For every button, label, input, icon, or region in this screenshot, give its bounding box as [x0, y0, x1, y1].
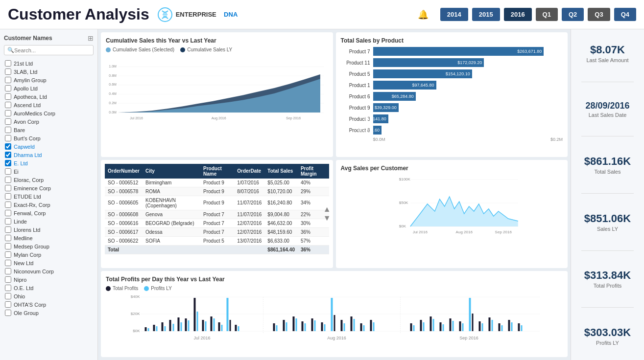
- sidebar-item[interactable]: Fenwal, Corp: [4, 209, 94, 217]
- year-2014-button[interactable]: 2014: [440, 8, 468, 21]
- notification-icon[interactable]: 🔔: [418, 9, 429, 20]
- table-row: SO - 0006617OdessaProduct 712/07/2016$48…: [105, 227, 329, 236]
- sidebar-checkbox[interactable]: [5, 235, 11, 241]
- svg-rect-87: [410, 323, 412, 331]
- sidebar-item[interactable]: Amylin Group: [4, 76, 94, 84]
- sidebar-item[interactable]: Mylan Corp: [4, 250, 94, 259]
- scroll-indicator[interactable]: ▲▼: [323, 205, 331, 223]
- sidebar-checkbox[interactable]: [5, 268, 11, 274]
- sidebar-item[interactable]: Capweld: [4, 142, 94, 151]
- sidebar-item[interactable]: Medline: [4, 234, 94, 242]
- sidebar-item[interactable]: Linde: [4, 217, 94, 225]
- sidebar-checkbox[interactable]: [5, 168, 11, 175]
- sidebar-checkbox[interactable]: [5, 276, 11, 283]
- svg-rect-51: [202, 320, 204, 331]
- year-2015-button[interactable]: 2015: [472, 8, 500, 21]
- legend-label-profits-ly: Profits LY: [151, 286, 172, 291]
- sidebar-item[interactable]: Exact-Rx, Corp: [4, 201, 94, 209]
- metric-total-sales-label: Total Sales: [584, 169, 631, 175]
- svg-rect-39: [153, 325, 155, 331]
- sidebar-checkbox[interactable]: [5, 60, 11, 67]
- table-cell: Odessa: [143, 227, 200, 236]
- product-bar-label: Product 1: [341, 83, 370, 88]
- sidebar-item[interactable]: Dharma Ltd: [4, 151, 94, 159]
- sidebar-checkbox[interactable]: [5, 102, 11, 108]
- search-input[interactable]: [14, 47, 90, 53]
- sidebar-checkbox[interactable]: [5, 160, 11, 166]
- sidebar-item[interactable]: Ascend Ltd: [4, 101, 94, 109]
- sidebar-checkbox[interactable]: [5, 185, 11, 191]
- q1-button[interactable]: Q1: [536, 8, 558, 21]
- sidebar-item[interactable]: Medsep Group: [4, 242, 94, 250]
- sidebar-item[interactable]: Apotheca, Ltd: [4, 92, 94, 101]
- sidebar-item[interactable]: Ei: [4, 167, 94, 176]
- sidebar-item[interactable]: O.E. Ltd: [4, 284, 94, 292]
- product-bar-fill: $154,120.10: [373, 69, 472, 78]
- svg-rect-77: [341, 320, 343, 331]
- sidebar-checkbox[interactable]: [5, 210, 11, 216]
- main-layout: Customer Names ⊞ 🔍 21st Ltd3LAB, LtdAmyl…: [0, 29, 644, 360]
- table-cell: Birmingham: [143, 179, 200, 187]
- sidebar-item[interactable]: Nipro: [4, 275, 94, 284]
- table-cell: $6,633.00: [264, 236, 298, 245]
- svg-text:$0K: $0K: [399, 224, 406, 228]
- sidebar-item[interactable]: Llorens Ltd: [4, 225, 94, 234]
- svg-rect-88: [413, 325, 415, 331]
- svg-rect-96: [453, 321, 454, 331]
- sidebar-checkbox[interactable]: [5, 218, 11, 225]
- sidebar-item[interactable]: AuroMedics Corp: [4, 109, 94, 117]
- sidebar-item[interactable]: Apollo Ltd: [4, 84, 94, 92]
- sidebar-item[interactable]: E. Ltd: [4, 159, 94, 167]
- sidebar-checkbox[interactable]: [5, 77, 11, 83]
- sidebar-item[interactable]: Ohio: [4, 292, 94, 300]
- sidebar-checkbox[interactable]: [5, 243, 11, 249]
- sidebar-checkbox[interactable]: [5, 135, 11, 141]
- sidebar-checkbox[interactable]: [5, 93, 11, 100]
- sidebar-item[interactable]: Niconovum Corp: [4, 267, 94, 275]
- sidebar-item-label: Niconovum Corp: [14, 269, 54, 274]
- q2-button[interactable]: Q2: [562, 8, 584, 21]
- sidebar-search-container[interactable]: 🔍: [4, 45, 94, 55]
- sidebar-checkbox[interactable]: [5, 285, 11, 291]
- q4-button[interactable]: Q4: [614, 8, 636, 21]
- sidebar-checkbox[interactable]: [5, 143, 11, 150]
- sidebar-item[interactable]: Eminence Corp: [4, 184, 94, 192]
- sidebar-item[interactable]: Ole Group: [4, 309, 94, 317]
- product-bar-row: Product 11$172,029.20: [341, 58, 563, 67]
- sidebar-checkbox[interactable]: [5, 251, 11, 258]
- sidebar-checkbox[interactable]: [5, 226, 11, 233]
- sidebar-checkbox[interactable]: [5, 110, 11, 116]
- sidebar-checkbox[interactable]: [5, 68, 11, 75]
- sidebar-item[interactable]: ETUDE Ltd: [4, 192, 94, 201]
- sidebar-checkbox[interactable]: [5, 85, 11, 91]
- sidebar-checkbox[interactable]: [5, 177, 11, 183]
- sidebar-item[interactable]: OHTA'S Corp: [4, 300, 94, 309]
- sidebar-checkbox[interactable]: [5, 127, 11, 133]
- sidebar-item[interactable]: New Ltd: [4, 259, 94, 267]
- sidebar-checkbox[interactable]: [5, 293, 11, 299]
- sidebar-item[interactable]: 3LAB, Ltd: [4, 68, 94, 76]
- sidebar-item[interactable]: Elorac, Corp: [4, 176, 94, 184]
- svg-rect-37: [145, 327, 147, 331]
- sidebar-checkbox[interactable]: [5, 260, 11, 266]
- svg-text:Sep 2016: Sep 2016: [495, 230, 512, 234]
- sidebar-item[interactable]: 21st Ltd: [4, 59, 94, 68]
- sidebar-checkbox[interactable]: [5, 193, 11, 200]
- sidebar-item[interactable]: Bare: [4, 126, 94, 134]
- year-2016-button[interactable]: 2016: [504, 8, 532, 21]
- sidebar-item-label: O.E. Ltd: [14, 285, 33, 291]
- sidebar-checkbox[interactable]: [5, 152, 11, 158]
- table-cell: $9,004.80: [264, 210, 298, 219]
- q3-button[interactable]: Q3: [588, 8, 610, 21]
- sidebar-checkbox[interactable]: [5, 310, 11, 316]
- svg-text:$40K: $40K: [131, 294, 140, 299]
- sidebar-item[interactable]: Burt's Corp: [4, 134, 94, 142]
- sidebar-checkbox[interactable]: [5, 118, 11, 125]
- filter-icon[interactable]: ⊞: [88, 34, 94, 42]
- sidebar-item[interactable]: Avon Corp: [4, 117, 94, 126]
- svg-rect-53: [211, 316, 213, 331]
- svg-rect-57: [227, 298, 229, 331]
- sidebar-checkbox[interactable]: [5, 202, 11, 208]
- table-cell: Product 5: [200, 236, 234, 245]
- sidebar-checkbox[interactable]: [5, 301, 11, 308]
